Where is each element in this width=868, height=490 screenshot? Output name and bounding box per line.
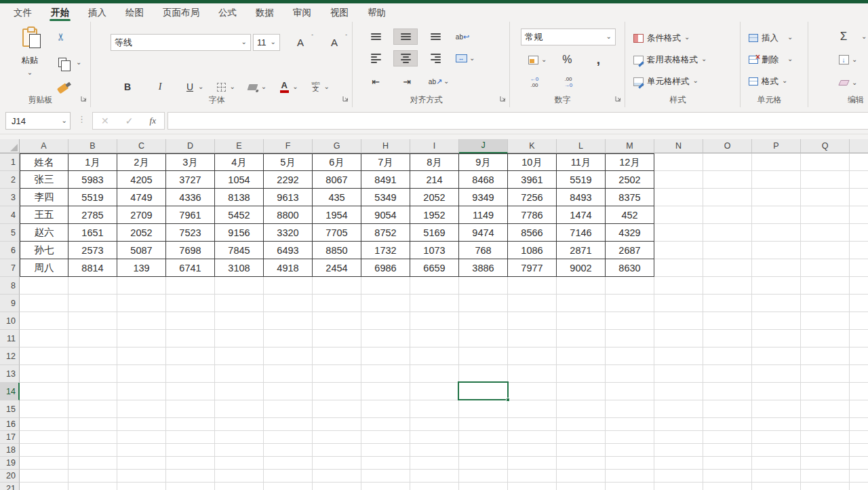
cell-O10[interactable] <box>703 312 752 330</box>
format-as-table-button[interactable]: 套用表格格式 <box>633 52 707 68</box>
cell-K9[interactable] <box>508 295 557 312</box>
cell-M19[interactable] <box>606 457 654 470</box>
cell-O15[interactable] <box>703 400 752 418</box>
row-header-17[interactable]: 17 <box>0 431 20 444</box>
cell-J16[interactable] <box>459 418 508 431</box>
cell-G5[interactable]: 7705 <box>313 224 361 242</box>
cell-B21[interactable] <box>68 483 117 490</box>
cell-E10[interactable] <box>215 312 264 330</box>
cell-A6[interactable]: 孙七 <box>20 242 68 259</box>
cell-D17[interactable] <box>166 431 215 444</box>
cell-D11[interactable] <box>166 330 215 347</box>
cell-O7[interactable] <box>703 259 752 277</box>
cell-B19[interactable] <box>68 457 117 470</box>
cell-P16[interactable] <box>752 418 801 431</box>
cell-F18[interactable] <box>264 444 313 457</box>
cell-J11[interactable] <box>459 330 508 347</box>
cell-F16[interactable] <box>264 418 313 431</box>
cell-E4[interactable]: 5452 <box>215 206 264 224</box>
cell-N1[interactable] <box>654 153 703 171</box>
cell-K3[interactable]: 7256 <box>508 189 557 206</box>
row-header-4[interactable]: 4 <box>0 206 20 224</box>
cell-F2[interactable]: 2292 <box>264 171 313 189</box>
cell-A14[interactable] <box>20 383 68 400</box>
cancel-button[interactable]: ✕ <box>101 115 109 126</box>
cell-F20[interactable] <box>264 470 313 483</box>
cell-D6[interactable]: 7698 <box>166 242 215 259</box>
align-right-button[interactable] <box>427 50 443 67</box>
cell-A12[interactable] <box>20 347 68 365</box>
cell-L13[interactable] <box>557 365 606 383</box>
cell-D14[interactable] <box>166 383 215 400</box>
column-header-O[interactable]: O <box>703 139 752 153</box>
cell-F6[interactable]: 6493 <box>264 242 313 259</box>
row-header-9[interactable]: 9 <box>0 295 20 312</box>
menu-tab-视图[interactable]: 视图 <box>321 3 358 22</box>
conditional-formatting-button[interactable]: 条件格式 <box>633 30 690 46</box>
cell-C6[interactable]: 5087 <box>117 242 166 259</box>
fill-handle[interactable] <box>506 398 510 402</box>
accounting-dropdown-icon[interactable] <box>541 54 547 66</box>
cell-E21[interactable] <box>215 483 264 490</box>
font-color-dropdown-icon[interactable] <box>292 81 298 93</box>
cell-A7[interactable]: 周八 <box>20 259 68 277</box>
cell-C3[interactable]: 4749 <box>117 189 166 206</box>
cell-B12[interactable] <box>68 347 117 365</box>
cell-partial-7[interactable] <box>850 259 868 277</box>
cell-E14[interactable] <box>215 383 264 400</box>
cell-C17[interactable] <box>117 431 166 444</box>
cell-G6[interactable]: 8850 <box>313 242 361 259</box>
format-button[interactable]: 格式 <box>749 73 787 90</box>
cell-A11[interactable] <box>20 330 68 347</box>
cell-G1[interactable]: 6月 <box>313 153 361 171</box>
phonetic-button[interactable]: wén文 <box>308 79 324 95</box>
cell-Q3[interactable] <box>801 189 850 206</box>
cell-partial-8[interactable] <box>850 277 868 295</box>
cell-P20[interactable] <box>752 470 801 483</box>
cell-L1[interactable]: 11月 <box>557 153 606 171</box>
cell-G20[interactable] <box>313 470 361 483</box>
cell-P19[interactable] <box>752 457 801 470</box>
cell-B13[interactable] <box>68 365 117 383</box>
cell-A3[interactable]: 李四 <box>20 189 68 206</box>
menu-tab-页面布局[interactable]: 页面布局 <box>153 3 209 22</box>
cell-A18[interactable] <box>20 444 68 457</box>
cell-K13[interactable] <box>508 365 557 383</box>
cell-B15[interactable] <box>68 400 117 418</box>
formula-input[interactable] <box>167 112 868 130</box>
cell-L19[interactable] <box>557 457 606 470</box>
cell-G10[interactable] <box>313 312 361 330</box>
cut-button[interactable]: ✂ <box>53 29 69 45</box>
cell-K4[interactable]: 7786 <box>508 206 557 224</box>
row-header-5[interactable]: 5 <box>0 224 20 242</box>
cell-F19[interactable] <box>264 457 313 470</box>
cell-C15[interactable] <box>117 400 166 418</box>
cell-G11[interactable] <box>313 330 361 347</box>
cell-I16[interactable] <box>410 418 459 431</box>
cell-Q19[interactable] <box>801 457 850 470</box>
cell-O6[interactable] <box>703 242 752 259</box>
align-left-button[interactable] <box>368 50 384 67</box>
underline-dropdown-icon[interactable] <box>198 81 203 93</box>
cell-P13[interactable] <box>752 365 801 383</box>
cell-H20[interactable] <box>361 470 410 483</box>
cell-I18[interactable] <box>410 444 459 457</box>
cell-N16[interactable] <box>654 418 703 431</box>
cell-I17[interactable] <box>410 431 459 444</box>
cell-O11[interactable] <box>703 330 752 347</box>
cell-D16[interactable] <box>166 418 215 431</box>
cell-C13[interactable] <box>117 365 166 383</box>
cell-B18[interactable] <box>68 444 117 457</box>
cell-L7[interactable]: 9002 <box>557 259 606 277</box>
cell-L20[interactable] <box>557 470 606 483</box>
cell-J5[interactable]: 9474 <box>459 224 508 242</box>
cell-J9[interactable] <box>459 295 508 312</box>
cell-J13[interactable] <box>459 365 508 383</box>
cell-C10[interactable] <box>117 312 166 330</box>
cell-I12[interactable] <box>410 347 459 365</box>
cell-Q14[interactable] <box>801 383 850 400</box>
cell-partial-4[interactable] <box>850 206 868 224</box>
cell-A19[interactable] <box>20 457 68 470</box>
percent-style-button[interactable]: % <box>559 52 575 68</box>
menu-tab-数据[interactable]: 数据 <box>246 3 283 22</box>
